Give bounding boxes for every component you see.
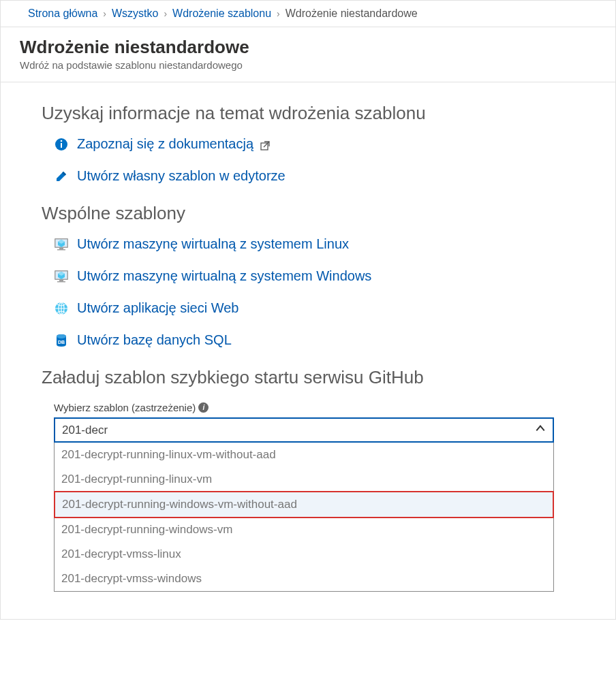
page-title: Wdrożenie niestandardowe: [20, 37, 596, 58]
svg-rect-6: [59, 248, 63, 249]
template-select-label-text: Wybierz szablon (zastrzeżenie): [54, 402, 196, 413]
sqldb-link[interactable]: Utwórz bazę danych SQL: [77, 332, 232, 348]
section-github-title: Załaduj szablon szybkiego startu serwisu…: [42, 367, 574, 388]
common-links: Utwórz maszynę wirtualną z systemem Linu…: [42, 236, 574, 348]
webapp-icon: [54, 301, 69, 316]
breadcrumb-all[interactable]: Wszystko: [112, 7, 158, 20]
template-select-label: Wybierz szablon (zastrzeżenie) i: [54, 402, 574, 413]
info-icon: [54, 137, 69, 152]
list-item: Utwórz maszynę wirtualną z systemem Linu…: [54, 236, 574, 252]
docs-link-label: Zapoznaj się z dokumentacją: [77, 136, 253, 151]
template-option[interactable]: 201-decrypt-vmss-windows: [55, 567, 553, 591]
section-learn-title: Uzyskaj informacje na temat wdrożenia sz…: [42, 103, 574, 124]
svg-rect-11: [57, 281, 65, 283]
svg-text:DB: DB: [58, 340, 65, 345]
template-combobox: 201-decr 201-decrypt-running-linux-vm-wi…: [54, 417, 554, 592]
breadcrumb-home[interactable]: Strona główna: [28, 7, 97, 20]
linux-vm-link[interactable]: Utwórz maszynę wirtualną z systemem Linu…: [77, 236, 349, 252]
chevron-up-icon[interactable]: [535, 423, 546, 437]
svg-point-2: [61, 140, 63, 142]
svg-point-14: [57, 334, 66, 338]
docs-link[interactable]: Zapoznaj się z dokumentacją: [77, 136, 270, 152]
breadcrumb: Strona główna › Wszystko › Wdrożenie sza…: [1, 1, 615, 27]
template-option[interactable]: 201-decrypt-vmss-linux: [55, 542, 553, 567]
template-option[interactable]: 201-decrypt-running-linux-vm: [55, 467, 553, 492]
chevron-right-icon: ›: [164, 8, 167, 19]
external-link-icon: [260, 140, 270, 150]
vm-icon: [54, 269, 69, 284]
main-content: Uzyskaj informacje na temat wdrożenia sz…: [1, 82, 615, 619]
chevron-right-icon: ›: [277, 8, 280, 19]
info-icon[interactable]: i: [198, 402, 209, 413]
webapp-link[interactable]: Utwórz aplikację sieci Web: [77, 300, 239, 316]
svg-rect-10: [59, 280, 63, 281]
template-option[interactable]: 201-decrypt-running-windows-vm: [55, 518, 553, 542]
vm-icon: [54, 237, 69, 252]
breadcrumb-current: Wdrożenie niestandardowe: [286, 7, 418, 20]
template-input-value: 201-decr: [62, 424, 108, 437]
list-item: DB Utwórz bazę danych SQL: [54, 332, 574, 348]
chevron-right-icon: ›: [103, 8, 106, 19]
svg-rect-7: [57, 249, 65, 251]
list-item: Utwórz maszynę wirtualną z systemem Wind…: [54, 268, 574, 284]
template-option[interactable]: 201-decrypt-running-linux-vm-without-aad: [55, 443, 553, 467]
section-common-title: Wspólne szablony: [42, 203, 574, 224]
editor-link[interactable]: Utwórz własny szablon w edytorze: [77, 168, 286, 184]
list-item: Utwórz własny szablon w edytorze: [54, 168, 574, 184]
template-option[interactable]: 201-decrypt-running-windows-vm-without-a…: [54, 491, 554, 518]
template-input[interactable]: 201-decr: [54, 417, 554, 443]
page-header: Wdrożenie niestandardowe Wdróż na podsta…: [1, 27, 615, 82]
database-icon: DB: [54, 333, 69, 348]
learn-links: Zapoznaj się z dokumentacją Utwórz własn…: [42, 136, 574, 184]
windows-vm-link[interactable]: Utwórz maszynę wirtualną z systemem Wind…: [77, 268, 371, 284]
template-listbox: 201-decrypt-running-linux-vm-without-aad…: [54, 443, 554, 592]
list-item: Zapoznaj się z dokumentacją: [54, 136, 574, 152]
svg-rect-1: [61, 143, 62, 148]
pencil-icon: [54, 169, 69, 184]
list-item: Utwórz aplikację sieci Web: [54, 300, 574, 316]
page-subtitle: Wdróż na podstawie szablonu niestandardo…: [20, 59, 596, 71]
breadcrumb-template-deploy[interactable]: Wdrożenie szablonu: [172, 7, 271, 20]
